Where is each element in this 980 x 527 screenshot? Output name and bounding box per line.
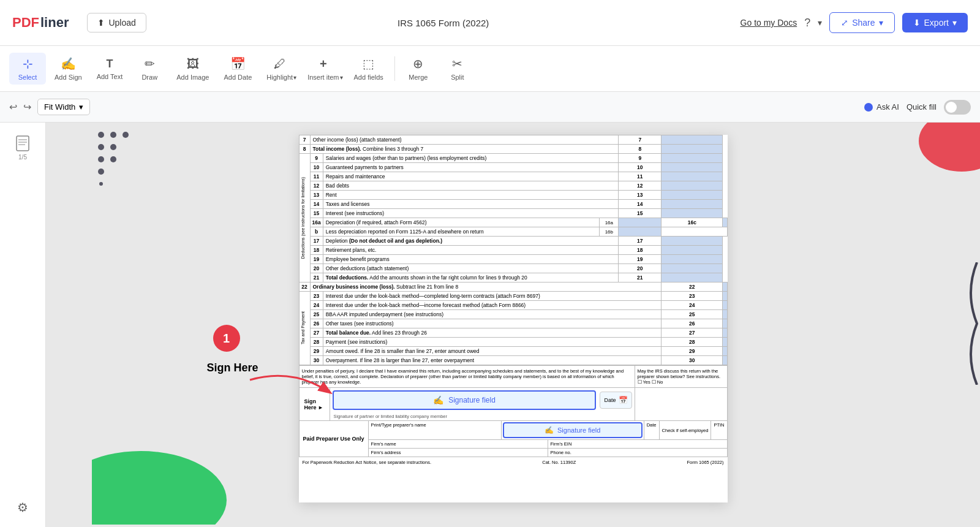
logo: PDF liner — [12, 15, 69, 31]
select-label: Select — [18, 74, 37, 81]
preparer-row-2: Firm's name Firm's EIN — [369, 440, 727, 448]
merge-label: Merge — [409, 74, 428, 81]
footer-paperwork-text: For Paperwork Reduction Act Notice, see … — [303, 460, 432, 465]
document-title: IRS 1065 Form (2022) — [146, 18, 741, 28]
signature-row-1: ✍ Signature field Date 📅 — [330, 388, 635, 412]
tool-merge[interactable]: ⊕ Merge — [400, 53, 437, 85]
share-button[interactable]: ⤢ Share ▾ — [829, 12, 894, 33]
pdf-document-wrapper: 1 Sign Here 7 — [299, 135, 728, 502]
tool-split[interactable]: ✂ Split — [439, 53, 476, 85]
redo-button[interactable]: ↪ — [23, 101, 31, 113]
upload-button[interactable]: ⬆ Upload — [87, 13, 146, 32]
add-image-icon: 🖼 — [187, 57, 199, 71]
preparer-row-3: Firm's address Phone no. — [369, 448, 727, 457]
export-button[interactable]: ⬇ Export ▾ — [902, 13, 968, 32]
tool-insert-item[interactable]: + Insert item — [301, 53, 345, 85]
tool-add-date[interactable]: 📅 Add Date — [217, 53, 258, 85]
phone-no: Phone no. — [548, 449, 727, 457]
undo-button[interactable]: ↩ — [9, 101, 17, 113]
table-row: 7 Other income (loss) (attach statement)… — [299, 135, 727, 145]
decorative-blob-tr — [907, 123, 980, 199]
preparer-row-1: Print/Type preparer's name ✍ Signature f… — [369, 421, 727, 440]
svg-rect-0 — [17, 136, 29, 151]
tool-add-fields[interactable]: ⬚ Add fields — [348, 53, 390, 85]
svg-point-7 — [98, 144, 104, 150]
table-row: 24 Interest due under the look-back meth… — [299, 301, 727, 310]
tool-add-image[interactable]: 🖼 Add Image — [170, 53, 215, 85]
quick-fill-toggle[interactable] — [944, 100, 971, 115]
select-icon: ⊹ — [23, 56, 33, 71]
sign-here-arrow — [244, 374, 342, 411]
split-label: Split — [451, 74, 464, 81]
insert-icon: + — [320, 57, 327, 71]
page-thumbnail-icon[interactable]: 1/5 — [6, 130, 40, 165]
svg-point-6 — [123, 132, 129, 138]
table-row: 21 Total deductions. Add the amounts sho… — [299, 273, 727, 282]
decorative-wave-right — [962, 262, 980, 387]
tool-add-sign[interactable]: ✍ Add Sign — [48, 53, 88, 85]
main-content: 1 Sign Here 7 — [46, 123, 980, 527]
width-label: Fit Width — [44, 102, 75, 112]
tool-add-text[interactable]: T Add Text — [91, 54, 129, 84]
calendar-icon-1: 📅 — [619, 396, 628, 404]
account-dropdown[interactable]: ▾ — [818, 18, 822, 28]
width-selector[interactable]: Fit Width ▾ — [37, 99, 90, 115]
export-label: Export — [924, 18, 949, 28]
table-row: 15 Interest (see instructions) 15 — [299, 209, 727, 218]
upload-icon: ⬆ — [97, 18, 105, 28]
prep-date: Date — [644, 421, 660, 439]
header-right: Go to my Docs ? ▾ ⤢ Share ▾ ⬇ Export ▾ — [741, 12, 968, 33]
add-text-icon: T — [106, 58, 113, 70]
toolbar-divider — [394, 56, 395, 81]
add-image-label: Add Image — [176, 74, 209, 81]
logo-pdf-text: PDF — [12, 15, 39, 31]
table-row: 10 Guaranteed payments to partners 10 — [299, 163, 727, 172]
left-sidebar: 1/5 ⚙ — [0, 123, 46, 527]
tool-highlight[interactable]: 🖊 Highlight — [260, 53, 299, 85]
highlight-label: Highlight — [266, 74, 293, 81]
firms-name: Firm's name — [369, 440, 548, 448]
signature-field-2[interactable]: ✍ Signature field — [503, 422, 643, 438]
secondary-right: Ask AI Quick fill — [864, 100, 971, 115]
table-row: 16a Depreciation (if required, attach Fo… — [299, 218, 727, 227]
tool-draw[interactable]: ✏ Draw — [131, 53, 168, 85]
signature-icon-2: ✍ — [545, 426, 554, 434]
date-field-1[interactable]: Date 📅 — [600, 392, 631, 409]
draw-icon: ✏ — [145, 56, 155, 71]
paid-preparer-section: Paid Preparer Use Only Print/Type prepar… — [299, 421, 728, 457]
table-row: 11 Repairs and maintenance 11 — [299, 172, 727, 181]
upload-label: Upload — [108, 18, 135, 28]
add-sign-icon: ✍ — [61, 56, 76, 71]
preparer-fields: Print/Type preparer's name ✍ Signature f… — [369, 421, 727, 457]
step-circle: 1 — [213, 325, 240, 352]
signature-icon-1: ✍ — [433, 395, 443, 405]
pdf-document: 7 Other income (loss) (attach statement)… — [299, 135, 728, 502]
signature-caption-1: Signature of partner or limited liabilit… — [330, 412, 635, 420]
irs-discuss-section: May the IRS discuss this return with the… — [635, 366, 727, 387]
goto-docs-link[interactable]: Go to my Docs — [741, 18, 797, 28]
ask-ai-label: Ask AI — [876, 102, 899, 112]
insert-label: Insert item — [307, 74, 339, 81]
share-dropdown-icon: ▾ — [879, 18, 883, 28]
deductions-section: Deductions (see instructions for limitat… — [299, 154, 727, 163]
settings-icon[interactable]: ⚙ — [6, 495, 40, 520]
paid-preparer-label: Paid Preparer Use Only — [300, 421, 369, 457]
table-row: 12 Bad debts 12 — [299, 181, 727, 191]
quick-fill-label: Quick fill — [907, 102, 937, 112]
table-row: 28 Payment (see instructions) 28 — [299, 338, 727, 347]
split-icon: ✂ — [452, 56, 462, 71]
merge-icon: ⊕ — [413, 56, 423, 71]
print-preparer-name: Print/Type preparer's name — [369, 421, 502, 439]
svg-point-10 — [110, 156, 116, 162]
page-number-indicator: 1/5 — [18, 154, 27, 161]
highlight-icon: 🖊 — [274, 57, 286, 71]
table-row: 20 Other deductions (attach statement) 2… — [299, 264, 727, 273]
tool-select[interactable]: ⊹ Select — [9, 53, 46, 85]
signature-field-1[interactable]: ✍ Signature field — [333, 390, 597, 410]
ai-indicator — [864, 103, 873, 112]
share-icon: ⤢ — [841, 18, 848, 28]
svg-point-13 — [92, 451, 227, 525]
help-button[interactable]: ? — [804, 17, 810, 29]
export-dropdown-icon: ▾ — [952, 18, 957, 28]
table-row: 25 BBA AAR imputed underpayment (see ins… — [299, 310, 727, 319]
